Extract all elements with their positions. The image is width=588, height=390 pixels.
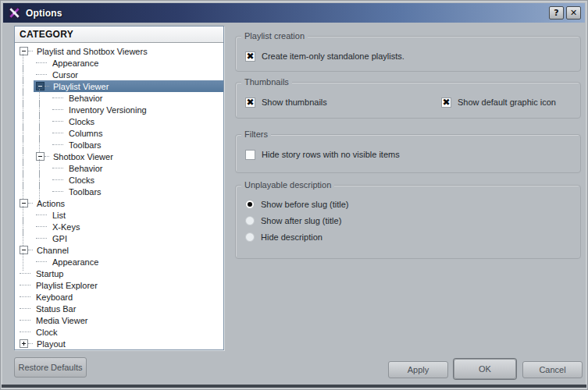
collapse-minus-icon[interactable] [20, 246, 28, 254]
checkbox-show-thumbnails[interactable]: ✖Show thumbnails [245, 96, 441, 108]
tree-item-label: Channel [34, 245, 71, 256]
tree-item-clocks[interactable]: Clocks [15, 174, 223, 186]
collapse-minus-icon[interactable] [36, 82, 45, 90]
tree-indent-guide [17, 69, 34, 80]
tree-item-label: GPI [50, 233, 69, 244]
tree-item-playlist-explorer[interactable]: Playlist Explorer [15, 279, 223, 291]
control-label: Create item-only standalone playlists. [262, 51, 404, 61]
tree-item-label: Clocks [66, 175, 97, 186]
checkbox-show-default-graphic-icon[interactable]: ✖Show default graphic icon [441, 96, 588, 108]
category-tree[interactable]: Playlist and Shotbox ViewersAppearanceCu… [15, 43, 223, 349]
checkbox-unchecked-icon[interactable] [245, 150, 255, 160]
tree-item-status-bar[interactable]: Status Bar [15, 303, 223, 314]
tree-indent-guide [34, 174, 50, 186]
restore-defaults-button[interactable]: Restore Defaults [14, 357, 87, 378]
tree-item-row: Inventory Versioning [50, 104, 223, 115]
tree-indent-guide [34, 162, 50, 174]
tree-item-label: Appearance [50, 257, 101, 268]
checkbox-checked-icon[interactable]: ✖ [245, 51, 255, 62]
checkbox-checked-icon[interactable]: ✖ [245, 98, 255, 108]
tree-connector [20, 296, 30, 298]
control-label: Show after slug (title) [261, 216, 341, 225]
app-logo-icon [9, 7, 20, 19]
tree-item-cursor[interactable]: Cursor [15, 69, 223, 80]
radio-unchecked-icon[interactable] [245, 216, 255, 225]
tree-item-row: Shotbox Viewer [34, 151, 223, 162]
collapse-minus-icon[interactable] [20, 199, 28, 207]
tree-item-row: Actions [17, 197, 223, 209]
group-body-unplayable-description: Show before slug (title)Show after slug … [245, 186, 574, 258]
group-body-thumbnails: ✖Show thumbnails✖Show default graphic ic… [245, 83, 574, 118]
tree-item-behavior[interactable]: Behavior [15, 92, 223, 104]
tree-connector [52, 168, 63, 169]
tree-connector [20, 332, 30, 333]
tree-item-label: Inventory Versioning [66, 105, 149, 115]
tree-item-channel[interactable]: Channel [15, 244, 223, 256]
tree-item-row: Media Viewer [17, 314, 223, 326]
tree-item-appearance[interactable]: Appearance [15, 256, 223, 268]
tree-indent-guide [34, 186, 50, 197]
expand-plus-icon[interactable] [20, 339, 28, 348]
tree-indent-guide [34, 92, 50, 104]
tree-item-row: Appearance [34, 57, 223, 69]
checkbox-checked-icon[interactable]: ✖ [441, 98, 451, 108]
tree-item-toolbars[interactable]: Toolbars [15, 139, 223, 151]
radio-checked-icon[interactable] [245, 200, 255, 209]
tree-indent-guide [17, 115, 34, 127]
tree-connector [52, 109, 63, 111]
close-icon[interactable]: ✕ [566, 6, 581, 20]
tree-item-appearance[interactable]: Appearance [15, 57, 223, 69]
tree-item-playout[interactable]: Playout [15, 338, 223, 349]
control-label: Show before slug (title) [261, 200, 349, 209]
tree-item-inventory-versioning[interactable]: Inventory Versioning [15, 104, 223, 115]
tree-item-gpi[interactable]: GPI [15, 232, 223, 244]
tree-item-keyboard[interactable]: Keyboard [15, 291, 223, 303]
tree-item-media-viewer[interactable]: Media Viewer [15, 314, 223, 326]
checkbox-hide-story-rows-with-no-visible-items[interactable]: Hide story rows with no visible items [245, 148, 574, 161]
tree-item-row: Playout [17, 338, 223, 349]
tree-item-label: Playlist and Shotbox Viewers [34, 46, 150, 57]
tree-item-label: Media Viewer [34, 315, 90, 326]
cancel-button[interactable]: Cancel [522, 361, 583, 378]
tree-item-row: Columns [50, 127, 223, 139]
tree-connector [45, 156, 49, 158]
tree-item-shotbox-viewer[interactable]: Shotbox Viewer [15, 151, 223, 162]
tree-indent-guide [17, 174, 34, 186]
tree-item-clocks[interactable]: Clocks [15, 115, 223, 127]
tree-item-playlist-viewer[interactable]: Playlist Viewer [15, 80, 223, 92]
category-header: CATEGORY [15, 27, 223, 43]
tree-indent-guide [17, 221, 34, 232]
tree-item-startup[interactable]: Startup [15, 268, 223, 279]
radio-unchecked-icon[interactable] [245, 232, 255, 242]
collapse-minus-icon[interactable] [20, 47, 28, 55]
tree-item-label: Playout [34, 339, 68, 349]
tree-item-selected-row: Playlist Viewer [34, 80, 223, 92]
tree-item-label: Behavior [66, 163, 105, 174]
window-title: Options [26, 8, 547, 19]
tree-connector [52, 191, 63, 193]
tree-indent-guide [17, 92, 34, 104]
tree-item-label: Startup [34, 268, 66, 279]
tree-connector [36, 74, 47, 76]
tree-item-label: Status Bar [34, 303, 78, 314]
titlebar[interactable]: Options ? ✕ [3, 3, 585, 23]
tree-item-x-keys[interactable]: X-Keys [15, 221, 223, 232]
radio-hide-description[interactable]: Hide description [245, 231, 574, 243]
tree-item-toolbars[interactable]: Toolbars [15, 186, 223, 197]
tree-item-list[interactable]: List [15, 209, 223, 221]
tree-item-behavior[interactable]: Behavior [15, 162, 223, 174]
tree-item-columns[interactable]: Columns [15, 127, 223, 139]
apply-button[interactable]: Apply [388, 361, 448, 378]
ok-button[interactable]: OK [454, 359, 516, 379]
radio-show-before-slug-title[interactable]: Show before slug (title) [245, 198, 574, 211]
tree-item-playlist-and-shotbox-viewers[interactable]: Playlist and Shotbox Viewers [15, 45, 223, 57]
tree-item-row: Clocks [50, 115, 223, 127]
tree-item-clock[interactable]: Clock [15, 326, 223, 338]
radio-show-after-slug-title[interactable]: Show after slug (title) [245, 214, 574, 227]
help-button[interactable]: ? [549, 6, 564, 20]
checkbox-create-item-only-standalone-playlists[interactable]: ✖Create item-only standalone playlists. [245, 50, 574, 62]
tree-item-label: Keyboard [34, 292, 75, 303]
tree-item-actions[interactable]: Actions [15, 197, 223, 209]
collapse-minus-icon[interactable] [36, 152, 45, 161]
tree-connector [36, 214, 47, 216]
